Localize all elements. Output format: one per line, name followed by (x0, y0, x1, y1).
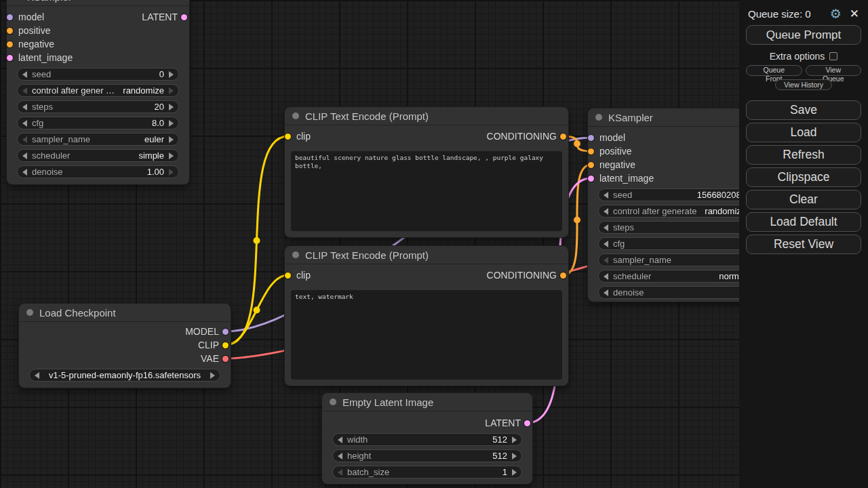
decrement-arrow-icon[interactable] (604, 224, 608, 231)
decrement-arrow-icon[interactable] (604, 192, 608, 199)
output-dot-conditioning[interactable] (560, 272, 566, 279)
node-titlebar[interactable]: Load Checkpoint (19, 304, 231, 321)
decrement-arrow-icon[interactable] (22, 169, 27, 176)
decrement-arrow-icon[interactable] (338, 469, 342, 476)
decrement-arrow-icon[interactable] (338, 436, 342, 443)
input-dot-latent-image[interactable] (7, 55, 13, 61)
collapse-dot-icon[interactable] (330, 399, 336, 405)
widget-batch-size[interactable]: batch_size 1 (332, 466, 522, 479)
comfy-menu-panel: Queue size: 0 ⚙ ✕ Queue Prompt Extra opt… (739, 0, 868, 488)
output-dot-latent[interactable] (181, 14, 187, 20)
widget-control-after-generate[interactable]: control after gener … randomize (17, 84, 179, 97)
widget-control-after-generate[interactable]: control after generate randomize (598, 205, 761, 218)
output-dot-conditioning[interactable] (560, 134, 566, 140)
prompt-textarea[interactable]: text, watermark (291, 290, 562, 380)
previous-arrow-icon[interactable] (35, 372, 39, 379)
collapse-dot-icon[interactable] (26, 309, 33, 316)
decrement-arrow-icon[interactable] (22, 152, 27, 159)
close-icon[interactable]: ✕ (850, 8, 859, 20)
decrement-arrow-icon[interactable] (22, 71, 27, 78)
input-label: positive (18, 24, 50, 37)
save-button[interactable]: Save (746, 100, 861, 120)
collapse-dot-icon[interactable] (292, 113, 299, 119)
decrement-arrow-icon[interactable] (22, 136, 27, 143)
node-titlebar[interactable]: CLIP Text Encode (Prompt) (285, 246, 568, 264)
input-dot-clip[interactable] (285, 272, 291, 279)
decrement-arrow-icon[interactable] (22, 120, 27, 127)
load-default-button[interactable]: Load Default (746, 212, 861, 232)
clipspace-button[interactable]: Clipspace (746, 167, 861, 187)
decrement-arrow-icon[interactable] (604, 208, 608, 215)
widget-denoise[interactable]: denoise (598, 286, 761, 299)
view-history-button[interactable]: View History (775, 79, 832, 90)
output-label: MODEL (185, 325, 219, 338)
decrement-arrow-icon[interactable] (338, 453, 342, 460)
node-titlebar[interactable]: Empty Latent Image (322, 393, 532, 411)
decrement-arrow-icon[interactable] (22, 104, 27, 110)
input-dot-negative[interactable] (588, 162, 594, 168)
widget-denoise[interactable]: denoise 1.00 (17, 165, 179, 178)
increment-arrow-icon[interactable] (169, 71, 174, 78)
graph-canvas[interactable]: KSampler model LATENT positive negative … (0, 0, 868, 488)
view-queue-button[interactable]: View Queue (806, 65, 862, 76)
widget-sampler-name[interactable]: sampler_name (598, 253, 761, 266)
input-dot-model[interactable] (7, 14, 13, 20)
input-dot-clip[interactable] (285, 134, 291, 140)
output-dot-latent[interactable] (524, 420, 530, 426)
increment-arrow-icon[interactable] (169, 120, 174, 127)
widget-height[interactable]: height 512 (332, 449, 522, 462)
widget-width[interactable]: width 512 (332, 433, 522, 446)
widget-seed[interactable]: seed 1566802087 (598, 188, 761, 201)
decrement-arrow-icon[interactable] (604, 273, 608, 280)
widget-cfg[interactable]: cfg (598, 237, 761, 250)
widget-scheduler[interactable]: scheduler normal (598, 270, 761, 283)
input-dot-latent-image[interactable] (588, 176, 594, 182)
settings-gear-icon[interactable]: ⚙ (830, 7, 842, 20)
decrement-arrow-icon[interactable] (604, 241, 608, 247)
slot-row: positive (7, 24, 189, 37)
increment-arrow-icon[interactable] (512, 453, 517, 460)
output-dot-model[interactable] (222, 329, 229, 335)
widget-steps[interactable]: steps 20 (17, 100, 179, 113)
extra-options-row: Extra options (739, 52, 868, 61)
increment-arrow-icon[interactable] (512, 469, 517, 476)
clear-button[interactable]: Clear (746, 190, 861, 209)
input-dot-positive[interactable] (7, 28, 13, 34)
node-titlebar[interactable]: CLIP Text Encode (Prompt) (285, 107, 568, 125)
collapse-dot-icon[interactable] (595, 114, 602, 121)
increment-arrow-icon[interactable] (512, 436, 517, 443)
reset-view-button[interactable]: Reset View (746, 235, 861, 254)
decrement-arrow-icon[interactable] (604, 257, 608, 264)
next-arrow-icon[interactable] (210, 372, 215, 379)
widget-ckpt-name[interactable]: v1-5-pruned-emaonly-fp16.safetensors (29, 369, 220, 382)
widget-steps[interactable]: steps (598, 221, 761, 234)
widget-cfg[interactable]: cfg 8.0 (17, 117, 179, 129)
queue-front-button[interactable]: Queue Front (746, 65, 802, 76)
load-button[interactable]: Load (746, 123, 861, 142)
increment-arrow-icon[interactable] (169, 104, 174, 110)
output-dot-clip[interactable] (222, 342, 229, 348)
increment-arrow-icon[interactable] (169, 152, 174, 159)
decrement-arrow-icon[interactable] (604, 289, 608, 296)
extra-options-label: Extra options (770, 51, 825, 62)
widget-seed[interactable]: seed 0 (17, 68, 179, 81)
slot-row: clip CONDITIONING (285, 129, 568, 143)
extra-options-checkbox[interactable] (829, 52, 837, 60)
increment-arrow-icon[interactable] (169, 136, 174, 143)
input-dot-model[interactable] (588, 135, 594, 141)
refresh-button[interactable]: Refresh (746, 145, 861, 165)
queue-prompt-button[interactable]: Queue Prompt (746, 25, 861, 45)
input-label: negative (18, 37, 54, 51)
input-dot-negative[interactable] (7, 41, 13, 47)
input-dot-positive[interactable] (588, 148, 594, 155)
widget-scheduler[interactable]: scheduler simple (17, 149, 179, 162)
increment-arrow-icon[interactable] (169, 87, 174, 94)
output-dot-vae[interactable] (222, 356, 229, 362)
node-titlebar[interactable]: KSampler (7, 0, 189, 5)
widget-sampler-name[interactable]: sampler_name euler (17, 133, 179, 146)
prompt-textarea[interactable]: beautiful scenery nature glass bottle la… (291, 151, 562, 231)
output-label: CLIP (198, 338, 219, 352)
increment-arrow-icon[interactable] (169, 169, 174, 176)
decrement-arrow-icon[interactable] (22, 87, 27, 94)
collapse-dot-icon[interactable] (292, 251, 299, 258)
